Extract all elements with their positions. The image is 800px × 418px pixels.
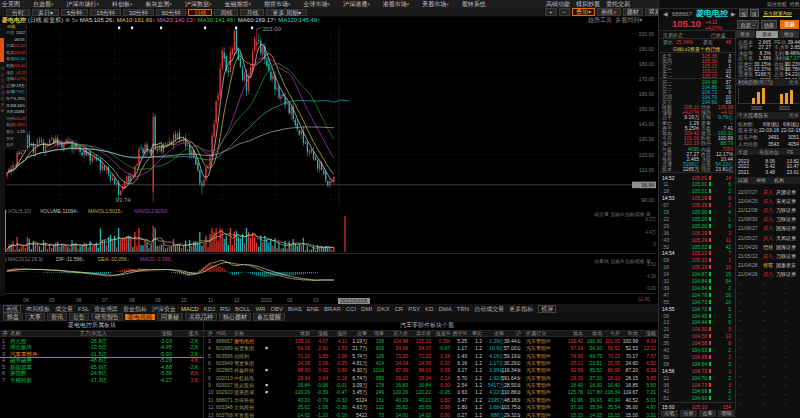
svg-text:▤ MACD(12,26,9): ▤ MACD(12,26,9)	[2, 256, 43, 262]
svg-text:动量线 指标A 指标模板 ⊞: 动量线 指标A 指标模板 ⊞	[594, 258, 650, 265]
svg-text:成交量 指标A 指标模板 ⊞: 成交量 指标A 指标模板 ⊞	[593, 211, 650, 218]
svg-text:4.26: 4.26	[647, 274, 656, 279]
svg-text:8.52: 8.52	[647, 262, 656, 267]
svg-text:190.00: 190.00	[639, 46, 655, 52]
svg-text:110.00: 110.00	[639, 167, 654, 173]
svg-text:96.94: 96.94	[641, 182, 654, 188]
svg-text:MAVOL2:8293↑: MAVOL2:8293↑	[134, 208, 169, 214]
svg-text:DEA:-20.056↓: DEA:-20.056↓	[98, 256, 129, 262]
svg-text:MACD:-0.956↓: MACD:-0.956↓	[140, 256, 173, 262]
svg-text:170.00: 170.00	[639, 76, 655, 82]
svg-text:180.00: 180.00	[639, 61, 655, 67]
svg-text:0.00: 0.00	[647, 286, 656, 291]
svg-text:150.00: 150.00	[639, 106, 655, 112]
svg-text:200.00: 200.00	[639, 31, 655, 37]
svg-text:▤ VOL(5,10): ▤ VOL(5,10)	[2, 208, 32, 214]
svg-text:90.00: 90.00	[641, 197, 654, 203]
svg-text:0: 0	[653, 242, 656, 247]
svg-text:130.00: 130.00	[639, 136, 655, 142]
svg-text:4.4万: 4.4万	[645, 230, 656, 235]
svg-text:203.00: 203.00	[263, 26, 282, 32]
svg-text:MAVOL1:5015↓: MAVOL1:5015↓	[88, 208, 123, 214]
svg-text:93.74: 93.74	[116, 197, 132, 203]
svg-text:DIF:-11.596↓: DIF:-11.596↓	[56, 256, 85, 262]
svg-text:VOLUME:11094↓: VOLUME:11094↓	[40, 208, 79, 214]
svg-text:140.00: 140.00	[639, 121, 655, 127]
svg-text:120.00: 120.00	[639, 152, 655, 158]
svg-text:160.00: 160.00	[639, 91, 655, 97]
svg-text:8.3万: 8.3万	[645, 217, 656, 222]
